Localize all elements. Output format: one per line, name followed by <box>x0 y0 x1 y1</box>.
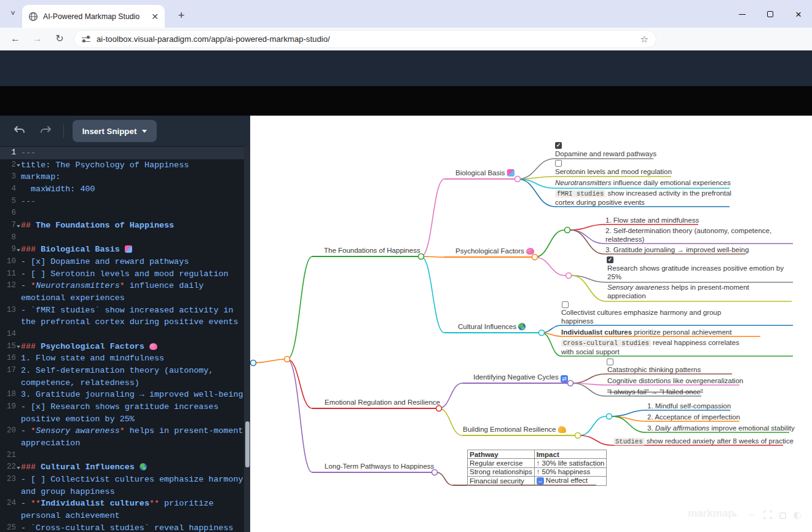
code-area[interactable]: 1---2title: The Psychology of Happiness3… <box>0 146 244 532</box>
tab-close-icon[interactable]: ✕ <box>151 12 159 22</box>
editor-line[interactable]: the prefrontal cortex during positive ev… <box>0 316 244 328</box>
frame-icon[interactable] <box>776 510 789 521</box>
theme-toggle-icon[interactable] <box>791 510 803 521</box>
fold-circle[interactable] <box>251 360 256 366</box>
insert-snippet-label: Insert Snippet <box>82 127 137 136</box>
editor-line[interactable]: 10- [x] Dopamine and reward pathways <box>0 256 244 268</box>
editor-line[interactable]: 25- `Cross-cultural studies` reveal happ… <box>0 522 244 532</box>
maximize-icon[interactable] <box>761 6 779 22</box>
zoom-out-icon[interactable]: − <box>746 509 758 520</box>
redo-icon[interactable] <box>38 124 53 138</box>
fold-circle[interactable] <box>539 330 545 336</box>
scrollbar-thumb[interactable] <box>245 421 250 467</box>
editor-line[interactable]: 4 maxWidth: 400 <box>0 183 244 196</box>
node-building: Building Emotional Resilience <box>463 425 566 434</box>
editor-line[interactable]: 3markmap: <box>0 171 244 183</box>
browser-toolbar: ← → ↻ ai-toolbox.visual-paradigm.com/app… <box>0 28 812 50</box>
code-token: ### <box>21 245 41 254</box>
code-token: 1. Flow state and mindfulness <box>21 354 164 363</box>
zoom-in-icon[interactable]: + <box>729 509 741 520</box>
fold-circle[interactable] <box>566 273 572 279</box>
editor-line[interactable]: 22### Cultural Influences <box>0 461 244 474</box>
editor-line[interactable]: 161. Flow state and mindfulness <box>0 352 244 365</box>
editor-line[interactable]: 9### Biological Basis <box>0 244 244 256</box>
map-item: Individualist cultures prioritize person… <box>561 328 731 336</box>
fold-chevron-icon[interactable] <box>17 249 20 252</box>
fold-circle[interactable] <box>568 381 574 386</box>
tab-search-chevron-icon[interactable]: ˅ <box>5 6 21 22</box>
cycle-icon: ⇄ <box>561 375 568 383</box>
editor-line[interactable]: 2title: The Psychology of Happiness <box>0 159 244 172</box>
fold-circle[interactable] <box>565 228 570 233</box>
map-item: Cross-cultural studies reveal happiness … <box>561 338 739 356</box>
undo-icon[interactable] <box>12 124 27 138</box>
checkbox-checked-icon: ✓ <box>607 256 613 263</box>
address-bar[interactable]: ai-toolbox.visual-paradigm.com/app/ai-po… <box>74 30 656 48</box>
editor-line[interactable]: 20- *Sensory awareness* helps in present… <box>0 425 244 437</box>
map-item: Serotonin levels and mood regulation <box>555 167 672 176</box>
node-identifying: Identifying Negative Cycles ⇄ <box>473 373 568 383</box>
editor-line[interactable]: personal achievement <box>0 510 244 522</box>
forward-icon[interactable]: → <box>28 30 47 48</box>
editor-line[interactable]: positive emotion by 25% <box>0 413 244 426</box>
editor-line[interactable]: 24- **Individualist cultures** prioritiz… <box>0 498 244 510</box>
table-row: Regular exercise↑ 30% life satisfaction <box>468 459 607 467</box>
insert-snippet-button[interactable]: Insert Snippet <box>73 120 157 142</box>
fold-circle[interactable] <box>575 433 581 439</box>
fold-circle[interactable] <box>285 357 290 362</box>
map-item: 3. Daily affirmations improve emotional … <box>647 424 795 432</box>
browser-tab[interactable]: AI-Powered Markmap Studio ✕ <box>22 5 165 28</box>
bookmark-star-icon[interactable]: ☆ <box>641 34 648 45</box>
editor-line[interactable]: 15### Psychological Factors <box>0 341 244 353</box>
editor-line[interactable]: 11- [ ] Serotonin levels and mood regula… <box>0 268 244 280</box>
fit-view-icon[interactable] <box>762 510 774 519</box>
editor-line[interactable]: 6 <box>0 207 244 220</box>
editor-line[interactable]: and group happiness <box>0 486 244 498</box>
editor-line[interactable]: 21 <box>0 450 244 462</box>
fold-chevron-icon[interactable] <box>17 225 20 228</box>
code-token: ### <box>21 342 41 351</box>
code-token: --- <box>21 148 36 157</box>
editor-line[interactable]: 1--- <box>0 147 244 159</box>
editor-line[interactable]: appreciation <box>0 437 244 450</box>
code-token: ** <box>31 499 41 508</box>
minimize-icon[interactable] <box>733 6 751 22</box>
window-close-icon[interactable]: × <box>789 6 808 22</box>
editor-line[interactable]: competence, relatedness) <box>0 377 244 389</box>
fold-chevron-icon[interactable] <box>17 164 20 167</box>
code-token: ## <box>21 221 36 230</box>
new-tab-icon[interactable]: + <box>173 8 189 24</box>
editor-line[interactable]: 5--- <box>0 196 244 208</box>
editor-line[interactable]: 23- [ ] Collectivist cultures emphasize … <box>0 474 244 486</box>
line-number: 8 <box>0 232 16 244</box>
editor-line[interactable]: 14 <box>0 328 244 341</box>
fold-chevron-icon[interactable] <box>17 346 20 348</box>
fold-chevron-icon[interactable] <box>17 467 20 469</box>
mindmap-canvas[interactable]: The Foundations of Happiness Emotional R… <box>250 116 812 532</box>
code-token: the prefrontal cortex during positive ev… <box>21 317 238 327</box>
fold-circle[interactable] <box>515 177 521 182</box>
editor-line[interactable]: 183. Gratitude journaling → improved wel… <box>0 389 244 401</box>
code-token: * <box>120 281 125 290</box>
editor-line[interactable]: 13- `fMRI studies` show increased activi… <box>0 304 244 317</box>
reload-icon[interactable]: ↻ <box>50 30 69 48</box>
browser-window: ˅ AI-Powered Markmap Studio ✕ + × ← → ↻ … <box>0 0 812 532</box>
code-token: influence daily <box>125 281 204 290</box>
editor-line[interactable]: 172. Self-determination theory (autonomy… <box>0 365 244 377</box>
back-icon[interactable]: ← <box>6 30 25 48</box>
line-number: 14 <box>0 328 16 341</box>
editor-scrollbar[interactable] <box>244 146 250 532</box>
editor-line[interactable]: 7## The Foundations of Happiness <box>0 220 244 232</box>
markdown-editor-panel: Insert Snippet 1---2title: The Psycholog… <box>0 116 250 532</box>
editor-line[interactable]: 19- [x] Research shows gratitude increas… <box>0 401 244 413</box>
line-number: 1 <box>0 147 16 159</box>
code-token: - [ ] Serotonin levels and mood regulati… <box>21 269 229 279</box>
editor-line[interactable]: emotional experiences <box>0 292 244 304</box>
line-number: 25 <box>0 522 16 532</box>
editor-line[interactable]: 8 <box>0 232 244 244</box>
line-number: 7 <box>0 220 16 232</box>
site-info-icon[interactable] <box>82 36 90 43</box>
code-token: positive emotion by 25% <box>21 415 135 424</box>
editor-line[interactable]: 12- *Neurotransmitters* influence daily <box>0 280 244 292</box>
fold-circle[interactable] <box>607 414 612 419</box>
